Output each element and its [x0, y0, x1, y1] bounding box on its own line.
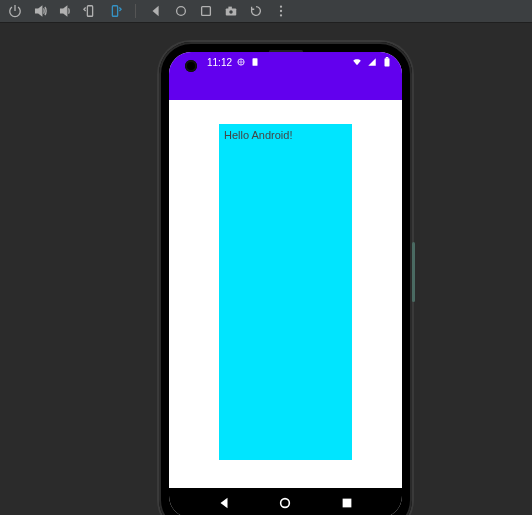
emulator-stage: 11:12 Hello Android! — [0, 22, 532, 515]
wifi-icon — [352, 57, 362, 67]
svg-point-2 — [177, 7, 186, 16]
svg-point-9 — [280, 14, 282, 16]
overview-icon[interactable] — [199, 4, 213, 18]
notification-icon — [250, 57, 260, 67]
signal-icon — [367, 57, 377, 67]
status-time: 11:12 — [207, 57, 232, 68]
nav-home-button[interactable] — [278, 496, 292, 510]
svg-rect-6 — [228, 7, 232, 10]
punch-hole-camera — [185, 60, 197, 72]
app-content: Hello Android! — [169, 100, 402, 488]
svg-rect-11 — [253, 58, 258, 66]
rotate-left-icon[interactable] — [83, 4, 97, 18]
debug-icon — [236, 57, 246, 67]
status-bar: 11:12 — [169, 52, 402, 72]
device-frame-container: 11:12 Hello Android! — [159, 42, 412, 515]
svg-rect-15 — [343, 499, 352, 508]
svg-point-5 — [229, 10, 233, 14]
emulator-toolbar — [0, 0, 532, 23]
rotate-right-icon[interactable] — [108, 4, 122, 18]
replay-icon[interactable] — [249, 4, 263, 18]
home-icon[interactable] — [174, 4, 188, 18]
volume-down-icon[interactable] — [58, 4, 72, 18]
app-action-bar — [169, 72, 402, 100]
battery-icon — [382, 57, 392, 67]
svg-rect-3 — [202, 7, 211, 16]
svg-rect-13 — [386, 57, 389, 58]
volume-up-icon[interactable] — [33, 4, 47, 18]
nav-overview-button[interactable] — [340, 496, 354, 510]
more-icon[interactable] — [274, 4, 288, 18]
power-icon[interactable] — [8, 4, 22, 18]
svg-point-8 — [280, 10, 282, 12]
back-icon[interactable] — [149, 4, 163, 18]
nav-back-button[interactable] — [217, 496, 231, 510]
separator — [135, 4, 136, 18]
svg-point-7 — [280, 5, 282, 7]
hello-text-view: Hello Android! — [219, 124, 352, 460]
device-screen[interactable]: 11:12 Hello Android! — [169, 52, 402, 515]
svg-rect-1 — [112, 6, 117, 17]
screenshot-icon[interactable] — [224, 4, 238, 18]
svg-point-14 — [281, 499, 290, 508]
side-button — [412, 242, 415, 302]
svg-rect-0 — [87, 6, 92, 17]
svg-rect-12 — [385, 58, 390, 66]
navigation-bar — [169, 488, 402, 515]
